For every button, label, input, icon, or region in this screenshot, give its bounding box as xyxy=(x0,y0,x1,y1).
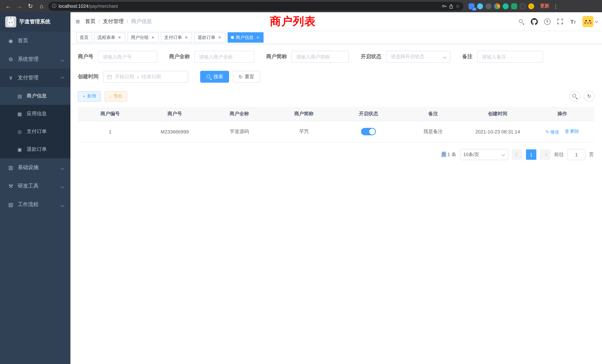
github-icon[interactable] xyxy=(530,18,538,25)
briefcase-icon: ▧ xyxy=(7,202,14,208)
browser-home-icon[interactable]: ⌂ xyxy=(37,2,46,11)
calendar-icon xyxy=(107,74,112,79)
url-text: localhost:1024/pay/merchant xyxy=(59,3,118,9)
dashboard-icon: ◉ xyxy=(7,38,14,44)
page-1-button[interactable]: 1 xyxy=(526,149,536,160)
refresh-icon: ↻ xyxy=(587,93,591,99)
help-icon[interactable]: ? xyxy=(543,18,551,25)
sidebar-item-payment[interactable]: ¥ 支付管理 xyxy=(0,69,70,87)
toolbar-right: ↻ xyxy=(569,91,595,102)
page-info-icon[interactable]: ⓘ xyxy=(52,3,56,9)
app-logo[interactable]: 芋道管理系统 xyxy=(0,12,70,32)
edit-button[interactable]: ✎ 修改 xyxy=(546,129,559,135)
close-icon[interactable]: × xyxy=(117,35,122,40)
password-key-icon[interactable] xyxy=(442,4,447,9)
prev-page-button[interactable] xyxy=(512,149,522,160)
extension-icon[interactable] xyxy=(477,3,483,9)
goto-label: 前往 xyxy=(554,151,564,158)
button-label: 删除 xyxy=(570,128,579,134)
close-icon[interactable]: × xyxy=(150,35,155,40)
trash-icon xyxy=(565,129,569,133)
extension-icon[interactable] xyxy=(486,3,492,9)
cell-merchant-no: M233666999 xyxy=(142,121,207,142)
close-icon[interactable]: × xyxy=(184,35,189,40)
tab-label: 首页 xyxy=(80,34,89,41)
avatar-image xyxy=(582,16,593,27)
col-header-create-time: 创建时间 xyxy=(465,107,530,121)
share-icon[interactable] xyxy=(449,4,453,9)
tab-user-group[interactable]: 用户分组 × xyxy=(128,32,159,43)
user-avatar[interactable] xyxy=(582,16,598,27)
table-row: 1 M233666999 芋道源码 芋艿 我是备注 2021-10-23 08:… xyxy=(78,121,595,142)
hamburger-icon[interactable]: ≡ xyxy=(76,17,80,26)
browser-menu-icon[interactable]: ⋮ xyxy=(553,3,558,9)
breadcrumb-payment[interactable]: 支付管理 xyxy=(103,18,124,25)
tab-merchant-info[interactable]: 商户信息 × xyxy=(228,32,264,43)
field-label: 商户简称 xyxy=(266,53,287,60)
refund-doc-icon: ▣ xyxy=(16,147,23,152)
extension-icon[interactable]: 10 xyxy=(469,3,474,9)
toggle-search-button[interactable] xyxy=(569,91,580,102)
next-page-button[interactable] xyxy=(540,149,550,160)
browser-back-icon[interactable]: ← xyxy=(4,2,13,11)
field-label: 商户号 xyxy=(78,53,93,60)
sidebar-item-infrastructure[interactable]: ▥ 基础设施 xyxy=(0,158,70,177)
sidebar-item-refund-order[interactable]: ▣ 退款订单 xyxy=(0,140,70,158)
cell-remark: 我是备注 xyxy=(401,121,466,142)
sidebar-item-home[interactable]: ◉ 首页 xyxy=(0,32,70,50)
reset-button[interactable]: ↻ 重置 xyxy=(233,71,260,83)
status-select[interactable]: 请选择开启状态 xyxy=(386,51,450,63)
extension-icon[interactable] xyxy=(528,3,534,9)
bookmark-star-icon[interactable]: ☆ xyxy=(456,3,460,9)
url-host: localhost:1024 xyxy=(59,3,88,9)
font-size-icon[interactable]: TT xyxy=(569,18,577,25)
tab-process-form[interactable]: 流程表单 × xyxy=(94,32,125,43)
extension-icon[interactable] xyxy=(520,3,526,9)
chevron-down-icon xyxy=(501,152,505,156)
browser-update-button[interactable]: 更新 xyxy=(540,3,549,9)
pagination-total: 共 1 条 xyxy=(441,151,456,158)
select-placeholder: 请选择开启状态 xyxy=(391,53,424,60)
screen: ← → ↻ ⌂ ⓘ localhost:1024/pay/merchant ☆ … xyxy=(0,0,602,364)
fullscreen-icon[interactable] xyxy=(556,18,564,25)
sidebar-item-pay-order[interactable]: ◎ 支付订单 xyxy=(0,123,70,140)
search-button[interactable]: 搜索 xyxy=(200,71,229,83)
sidebar-item-workflow[interactable]: ▧ 工作流程 xyxy=(0,195,70,214)
extension-icon[interactable] xyxy=(511,3,517,9)
browser-reload-icon[interactable]: ↻ xyxy=(26,2,35,11)
sidebar-item-app-info[interactable]: ▦ 应用信息 xyxy=(0,105,70,123)
extension-icon[interactable] xyxy=(494,3,500,9)
sidebar-item-merchant-info[interactable]: ▤ 商户信息 xyxy=(0,87,70,105)
col-header-short-name: 商户简称 xyxy=(272,107,336,121)
tab-home[interactable]: 首页 xyxy=(76,32,92,43)
close-icon[interactable]: × xyxy=(217,35,222,40)
sidebar-item-dev-tools[interactable]: ⚒ 研发工具 xyxy=(0,177,70,195)
browser-forward-icon[interactable]: → xyxy=(15,2,24,11)
close-icon[interactable]: × xyxy=(255,35,260,40)
tab-refund-order[interactable]: 退款订单 × xyxy=(194,32,225,43)
date-range-picker[interactable]: 开始日期 - 结束日期 xyxy=(103,71,188,83)
chevron-up-icon xyxy=(61,75,64,81)
sidebar-menu: ◉ 首页 ⚙ 系统管理 ¥ 支付管理 ▤ 商户信息 xyxy=(0,32,70,364)
status-toggle[interactable] xyxy=(361,128,376,135)
filter-row-1: 商户号 商户全称 商户简称 开启状态 请选择开启状态 xyxy=(78,51,595,63)
tab-pay-order[interactable]: 支付订单 × xyxy=(161,32,192,43)
col-header-remark: 备注 xyxy=(401,107,466,121)
short-name-input[interactable] xyxy=(291,51,349,63)
browser-toolbar: ← → ↻ ⌂ ⓘ localhost:1024/pay/merchant ☆ … xyxy=(0,0,602,12)
address-bar[interactable]: ⓘ localhost:1024/pay/merchant ☆ xyxy=(48,2,463,11)
extension-icon[interactable] xyxy=(503,3,509,9)
goto-page-input[interactable] xyxy=(568,149,585,160)
export-button[interactable]: ↓ 导出 xyxy=(105,91,127,101)
sidebar-item-system[interactable]: ⚙ 系统管理 xyxy=(0,50,70,69)
extension-badge: 10 xyxy=(472,7,476,11)
full-name-input[interactable] xyxy=(194,51,254,63)
add-button[interactable]: + 新增 xyxy=(78,91,101,101)
breadcrumb-home[interactable]: 首页 xyxy=(85,18,96,25)
page-size-select[interactable]: 10条/页 xyxy=(460,149,508,160)
remark-input[interactable] xyxy=(477,51,543,63)
refresh-table-button[interactable]: ↻ xyxy=(584,91,595,102)
delete-button[interactable]: 删除 xyxy=(565,128,579,134)
search-icon[interactable] xyxy=(517,18,525,25)
merchant-no-input[interactable] xyxy=(98,51,157,63)
